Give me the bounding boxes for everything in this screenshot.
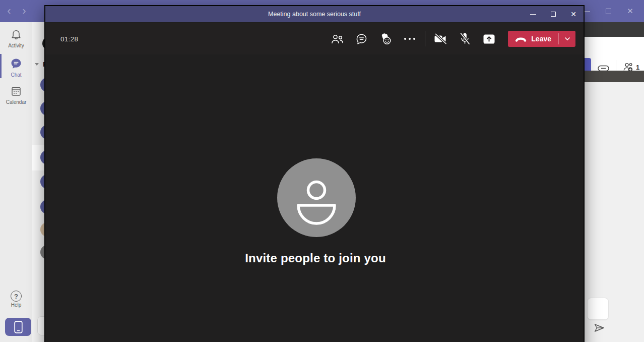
nav-forward-icon[interactable]: › <box>19 1 29 21</box>
meeting-minimize-button[interactable] <box>523 6 543 22</box>
sidebar-item-label: Activity <box>0 43 32 48</box>
close-icon: ✕ <box>570 10 576 18</box>
calendar-icon <box>11 86 22 97</box>
app-maximize-button[interactable] <box>598 0 619 22</box>
share-screen-icon <box>483 34 495 44</box>
chat-list-panel: Recent <box>32 22 45 342</box>
more-actions-button[interactable] <box>398 27 422 51</box>
meeting-timer: 01:28 <box>60 35 78 43</box>
participant-count: 1 <box>636 64 639 71</box>
minimize-icon <box>584 11 590 12</box>
share-screen-button[interactable] <box>477 27 501 51</box>
sidebar-item-activity[interactable]: Activity <box>0 29 32 48</box>
send-message-button[interactable] <box>594 323 605 334</box>
app-close-button[interactable]: ✕ <box>619 0 641 22</box>
maximize-icon <box>606 9 611 14</box>
people-icon <box>331 34 344 44</box>
reactions-icon <box>379 33 393 45</box>
camera-toggle-button[interactable] <box>428 27 453 51</box>
mic-off-icon <box>459 32 471 45</box>
meeting-title: Meeting about some serious stuff <box>268 11 361 18</box>
panel-dark-strip <box>585 22 644 37</box>
sidebar-item-label: Calendar <box>0 99 32 105</box>
message-compose-box[interactable] <box>587 298 609 320</box>
mobile-phone-icon <box>14 321 23 333</box>
send-icon <box>594 323 605 332</box>
screen: ‹ › ✕ Activity Chat <box>0 0 644 342</box>
bell-icon <box>11 29 22 40</box>
reactions-button[interactable] <box>373 27 398 51</box>
sidebar-item-chat[interactable]: Chat <box>0 58 32 78</box>
sidebar-item-calendar[interactable]: Calendar <box>0 86 32 105</box>
camera-off-icon <box>433 33 447 44</box>
leave-label: Leave <box>531 35 551 43</box>
more-icon <box>404 37 416 40</box>
sidebar-item-label: Chat <box>0 72 32 78</box>
app-sidebar: Activity Chat Calendar ? Help <box>0 22 32 342</box>
meeting-chat-panel: 1 <box>585 22 644 342</box>
chevron-down-icon <box>564 37 570 41</box>
chevron-down-icon[interactable] <box>35 63 39 66</box>
toolbar-separator <box>425 31 425 46</box>
nav-back-icon[interactable]: ‹ <box>4 1 14 21</box>
participant-avatar <box>277 158 356 237</box>
meeting-window: Meeting about some serious stuff ✕ 01:28 <box>44 5 585 342</box>
mobile-app-button[interactable] <box>5 318 31 336</box>
help-icon: ? <box>11 291 22 302</box>
panel-header: 1 <box>585 37 644 71</box>
meeting-maximize-button[interactable] <box>543 6 563 22</box>
maximize-icon <box>551 12 556 17</box>
chat-bubble-icon <box>355 33 368 45</box>
invite-message: Invite people to join you <box>45 251 586 265</box>
meeting-toolbar: 01:28 <box>45 23 584 54</box>
hangup-icon <box>515 36 527 42</box>
chat-icon <box>10 58 22 70</box>
leave-options-button[interactable] <box>559 31 575 47</box>
close-icon: ✕ <box>627 7 633 16</box>
show-conversation-button[interactable] <box>349 27 373 51</box>
mic-toggle-button[interactable] <box>453 27 477 51</box>
leave-button[interactable]: Leave <box>508 31 575 47</box>
panel-banner <box>585 71 644 82</box>
sidebar-item-help[interactable]: ? Help <box>0 291 32 308</box>
person-placeholder-icon <box>277 158 356 237</box>
meeting-titlebar: Meeting about some serious stuff ✕ <box>45 6 584 22</box>
show-participants-button[interactable] <box>325 27 349 51</box>
minimize-icon <box>530 14 536 15</box>
sidebar-item-label: Help <box>0 302 32 308</box>
meeting-close-button[interactable]: ✕ <box>563 6 584 22</box>
